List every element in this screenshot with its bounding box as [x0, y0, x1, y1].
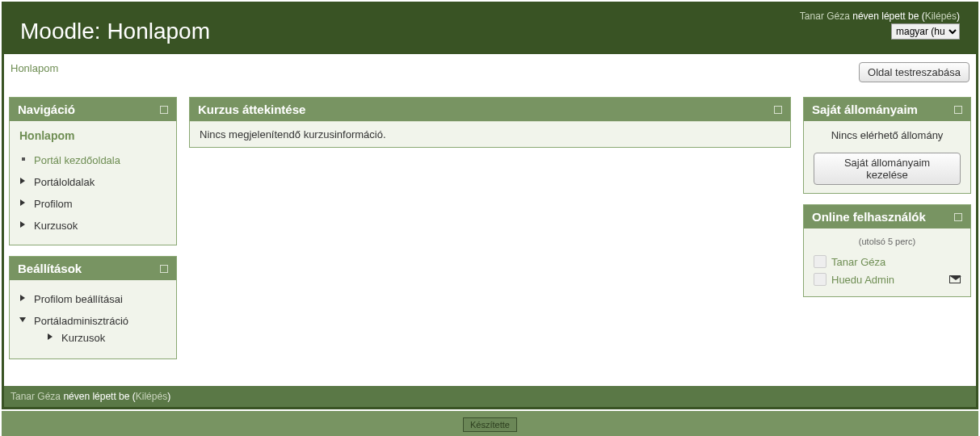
navigation-header: Navigáció: [10, 98, 176, 121]
settings-header: Beállítások: [10, 257, 176, 280]
nav-item-label: Portál kezdőoldala: [34, 154, 120, 166]
dock-icon[interactable]: [774, 106, 782, 114]
navigation-block: Navigáció Honlapom Portál kezdőoldala Po…: [9, 97, 177, 245]
chevron-right-icon: [19, 199, 26, 206]
online-users-header: Online felhasználók: [804, 205, 970, 228]
bottom-strip: Készítette: [2, 411, 978, 436]
online-users-block: Online felhasználók (utolsó 5 perc) Tana…: [803, 204, 971, 297]
course-overview-title: Kurzus áttekintése: [198, 103, 305, 116]
settings-title: Beállítások: [18, 262, 82, 275]
settings-item[interactable]: Portáladminisztráció Kurzusok: [19, 310, 166, 350]
online-user-link[interactable]: Huedu Admin: [831, 274, 944, 286]
right-column: Saját állományaim Nincs elérhető állomán…: [803, 97, 971, 308]
chevron-right-icon: [19, 221, 26, 228]
settings-sublist: Kurzusok: [34, 327, 166, 349]
chevron-right-icon: [47, 333, 53, 340]
nav-item-label: Profilom: [34, 198, 73, 210]
dock-icon[interactable]: [160, 106, 168, 114]
language-select[interactable]: magyar (hu): [891, 23, 960, 40]
settings-item-label: Profilom beállításai: [34, 293, 123, 305]
breadcrumb-row: Honlapom Oldal testreszabása: [4, 54, 976, 97]
message-icon[interactable]: [949, 275, 961, 283]
online-users-body: (utolsó 5 perc) Tanar Géza Huedu Admin: [804, 228, 970, 296]
online-users-title: Online felhasználók: [812, 210, 926, 224]
online-user-link[interactable]: Tanar Géza: [831, 256, 961, 268]
center-column: Kurzus áttekintése Nincs megjelenítendő …: [189, 97, 791, 158]
avatar-icon: [814, 255, 826, 268]
close-paren: ): [957, 10, 960, 22]
footer-logout-link[interactable]: Kilépés: [136, 391, 167, 402]
nav-item[interactable]: Profilom: [19, 193, 166, 215]
square-icon: [19, 156, 26, 162]
chevron-right-icon: [19, 295, 26, 301]
footer: Tanar Géza néven lépett be (Kilépés): [4, 386, 976, 407]
nav-root-link[interactable]: Honlapom: [19, 129, 166, 142]
user-name-link[interactable]: Tanar Géza: [800, 10, 850, 22]
left-column: Navigáció Honlapom Portál kezdőoldala Po…: [9, 97, 177, 370]
settings-item-label: Portáladminisztráció: [34, 315, 128, 327]
header: Moodle: Honlapom Tanar Géza néven lépett…: [4, 4, 976, 54]
my-files-body: Nincs elérhető állomány Saját állományai…: [804, 121, 970, 193]
settings-subitem[interactable]: Kurzusok: [47, 327, 166, 349]
navigation-title: Navigáció: [18, 103, 75, 116]
nav-item[interactable]: Kurzusok: [19, 215, 166, 237]
avatar-icon: [814, 273, 826, 286]
settings-list: Profilom beállításai Portáladminisztráci…: [19, 288, 166, 350]
logout-link[interactable]: Kilépés: [925, 10, 957, 22]
chevron-right-icon: [19, 178, 26, 184]
footer-logged-text: néven lépett be (: [61, 391, 136, 402]
logged-in-text: néven lépett be (: [850, 10, 925, 22]
settings-subitem-label: Kurzusok: [61, 332, 105, 344]
course-overview-header: Kurzus áttekintése: [190, 98, 790, 121]
my-files-title: Saját állományaim: [812, 103, 918, 116]
dock-icon[interactable]: [954, 213, 962, 221]
my-files-empty-text: Nincs elérhető állomány: [814, 129, 961, 141]
customize-page-button[interactable]: Oldal testreszabása: [859, 62, 969, 82]
nav-item-label: Kurzusok: [34, 220, 78, 232]
online-user-row: Tanar Géza: [814, 253, 961, 270]
settings-block: Beállítások Profilom beállításai Portála…: [9, 256, 177, 359]
dock-icon[interactable]: [160, 265, 168, 273]
credits-button[interactable]: Készítette: [463, 417, 517, 432]
chevron-down-icon: [19, 317, 26, 323]
navigation-body: Honlapom Portál kezdőoldala Portáloldala…: [10, 121, 176, 245]
online-users-subtitle: (utolsó 5 perc): [814, 237, 961, 246]
main-frame: Moodle: Honlapom Tanar Géza néven lépett…: [2, 2, 978, 409]
online-user-row: Huedu Admin: [814, 270, 961, 288]
settings-item[interactable]: Profilom beállításai: [19, 288, 166, 310]
manage-files-button[interactable]: Saját állományaim kezelése: [814, 153, 961, 185]
settings-body: Profilom beállításai Portáladminisztráci…: [10, 280, 176, 358]
content-columns: Navigáció Honlapom Portál kezdőoldala Po…: [4, 97, 976, 386]
footer-close-paren: ): [167, 391, 170, 402]
dock-icon[interactable]: [954, 106, 962, 114]
course-overview-block: Kurzus áttekintése Nincs megjelenítendő …: [189, 97, 791, 148]
my-files-block: Saját állományaim Nincs elérhető állomán…: [803, 97, 971, 194]
user-info: Tanar Géza néven lépett be (Kilépés) mag…: [800, 10, 960, 40]
course-overview-body: Nincs megjelenítendő kurzusinformáció.: [190, 121, 790, 147]
footer-user-link[interactable]: Tanar Géza: [11, 391, 61, 402]
my-files-header: Saját állományaim: [804, 98, 970, 121]
nav-item[interactable]: Portáloldalak: [19, 171, 166, 193]
breadcrumb[interactable]: Honlapom: [11, 62, 58, 74]
nav-item-label: Portáloldalak: [34, 176, 95, 188]
nav-item[interactable]: Portál kezdőoldala: [19, 149, 166, 171]
page-title: Moodle: Honlapom: [20, 10, 210, 44]
nav-list: Portál kezdőoldala Portáloldalak Profilo…: [19, 149, 166, 237]
